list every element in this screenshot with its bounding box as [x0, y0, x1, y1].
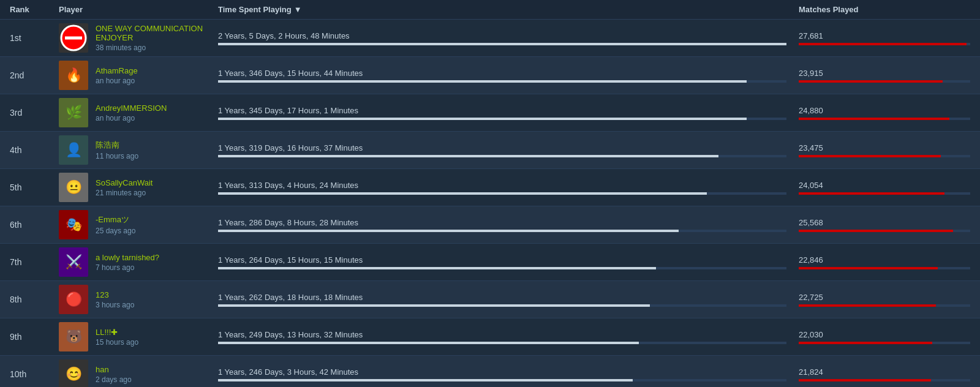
table-row: 2nd 🔥 AthamRage an hour ago 1 Years, 346… [0, 57, 980, 94]
time-bar-fill [218, 43, 786, 45]
matches-cell: 22,846 [799, 255, 970, 269]
time-bar-fill [218, 230, 679, 232]
time-cell: 1 Years, 264 Days, 15 Hours, 15 Minutes [218, 255, 799, 269]
time-bar-bg [218, 80, 786, 83]
rank-cell: 3rd [10, 108, 59, 118]
time-text: 1 Years, 286 Days, 8 Hours, 28 Minutes [218, 218, 786, 227]
matches-count: 24,054 [799, 181, 970, 190]
time-cell: 1 Years, 319 Days, 16 Hours, 37 Minutes [218, 143, 799, 157]
time-bar-bg [218, 118, 786, 120]
player-name[interactable]: LL!!!✚ [96, 328, 138, 337]
matches-bar-bg [799, 43, 970, 45]
time-bar-fill [218, 155, 718, 157]
player-name[interactable]: ONE WAY COMMUNICATION ENJOYER [96, 24, 218, 42]
avatar: 😐 [59, 173, 88, 202]
time-cell: 1 Years, 345 Days, 17 Hours, 1 Minutes [218, 106, 799, 120]
avatar: 🔥 [59, 61, 88, 90]
time-bar-bg [218, 155, 786, 157]
avatar: 🐻 [59, 322, 88, 351]
player-info: AthamRage an hour ago [96, 66, 138, 85]
time-bar-fill [218, 118, 747, 120]
matches-bar-fill [799, 43, 967, 45]
rank-cell: 7th [10, 257, 59, 267]
last-seen: 7 hours ago [96, 263, 159, 272]
player-name[interactable]: SoSallyCanWait [96, 178, 153, 187]
matches-bar-bg [799, 80, 970, 83]
matches-bar-fill [799, 267, 938, 269]
player-name[interactable]: 陈浩南 [96, 140, 138, 151]
time-bar-bg [218, 379, 786, 381]
player-name[interactable]: AndreyIMMERSION [96, 103, 167, 113]
player-info: LL!!!✚ 15 hours ago [96, 328, 138, 347]
last-seen: 15 hours ago [96, 338, 138, 347]
matches-bar-fill [799, 155, 941, 157]
avatar: 🔴 [59, 285, 88, 314]
time-bar-fill [218, 342, 639, 344]
last-seen: an hour ago [96, 77, 138, 85]
player-name[interactable]: han [96, 365, 132, 374]
matches-cell: 24,054 [799, 181, 970, 195]
last-seen: an hour ago [96, 114, 167, 122]
player-header: Player [59, 5, 218, 14]
rank-cell: 1st [10, 33, 59, 43]
time-cell: 1 Years, 262 Days, 18 Hours, 18 Minutes [218, 293, 799, 307]
matches-bar-bg [799, 267, 970, 269]
player-info: han 2 days ago [96, 365, 132, 384]
time-cell: 2 Years, 5 Days, 2 Hours, 48 Minutes [218, 31, 799, 45]
rank-cell: 10th [10, 369, 59, 379]
time-bar-fill [218, 304, 650, 307]
player-cell: 🌿 AndreyIMMERSION an hour ago [59, 98, 218, 127]
avatar: 🌿 [59, 98, 88, 127]
time-text: 1 Years, 345 Days, 17 Hours, 1 Minutes [218, 106, 786, 115]
matches-count: 22,030 [799, 330, 970, 339]
matches-bar-bg [799, 155, 970, 157]
table-row: 1st ONE WAY COMMUNICATION ENJOYER 38 min… [0, 20, 980, 57]
player-cell: 🔴 123 3 hours ago [59, 285, 218, 314]
time-bar-bg [218, 192, 786, 195]
matches-count: 23,915 [799, 69, 970, 78]
rank-header: Rank [10, 5, 59, 14]
time-cell: 1 Years, 286 Days, 8 Hours, 28 Minutes [218, 218, 799, 232]
time-bar-fill [218, 80, 747, 83]
table-row: 3rd 🌿 AndreyIMMERSION an hour ago 1 Year… [0, 94, 980, 132]
time-header[interactable]: Time Spent Playing ▼ [218, 5, 799, 14]
time-text: 1 Years, 319 Days, 16 Hours, 37 Minutes [218, 143, 786, 152]
rank-cell: 5th [10, 182, 59, 192]
last-seen: 25 days ago [96, 227, 135, 235]
table-header: Rank Player Time Spent Playing ▼ Matches… [0, 0, 980, 20]
player-name[interactable]: AthamRage [96, 66, 138, 75]
matches-cell: 27,681 [799, 31, 970, 45]
player-info: a lowly tarnished? 7 hours ago [96, 253, 159, 272]
matches-count: 23,475 [799, 143, 970, 152]
time-bar-fill [218, 267, 656, 269]
matches-cell: 24,880 [799, 106, 970, 120]
matches-bar-bg [799, 118, 970, 120]
matches-bar-fill [799, 192, 944, 195]
table-row: 9th 🐻 LL!!!✚ 15 hours ago 1 Years, 249 D… [0, 318, 980, 356]
matches-cell: 22,030 [799, 330, 970, 344]
time-bar-fill [218, 192, 707, 195]
player-cell: 🐻 LL!!!✚ 15 hours ago [59, 322, 218, 351]
player-info: 陈浩南 11 hours ago [96, 140, 138, 160]
player-info: AndreyIMMERSION an hour ago [96, 103, 167, 122]
matches-count: 24,880 [799, 106, 970, 115]
time-text: 1 Years, 246 Days, 3 Hours, 42 Minutes [218, 367, 786, 377]
matches-bar-bg [799, 379, 970, 381]
matches-bar-fill [799, 379, 931, 381]
sort-arrow-icon: ▼ [294, 5, 302, 14]
matches-count: 22,846 [799, 255, 970, 265]
rank-cell: 4th [10, 145, 59, 155]
player-name[interactable]: 123 [96, 290, 134, 299]
player-cell: 😊 han 2 days ago [59, 359, 218, 387]
player-name[interactable]: a lowly tarnished? [96, 253, 159, 262]
player-name[interactable]: -Emmaツ [96, 214, 135, 225]
table-row: 4th 👤 陈浩南 11 hours ago 1 Years, 319 Days… [0, 132, 980, 169]
matches-count: 21,824 [799, 367, 970, 377]
matches-cell: 22,725 [799, 293, 970, 307]
table-row: 6th 🎭 -Emmaツ 25 days ago 1 Years, 286 Da… [0, 206, 980, 244]
time-text: 1 Years, 262 Days, 18 Hours, 18 Minutes [218, 293, 786, 302]
avatar: 😊 [59, 359, 88, 387]
matches-bar-bg [799, 342, 970, 344]
matches-bar-bg [799, 230, 970, 232]
matches-bar-fill [799, 304, 936, 307]
